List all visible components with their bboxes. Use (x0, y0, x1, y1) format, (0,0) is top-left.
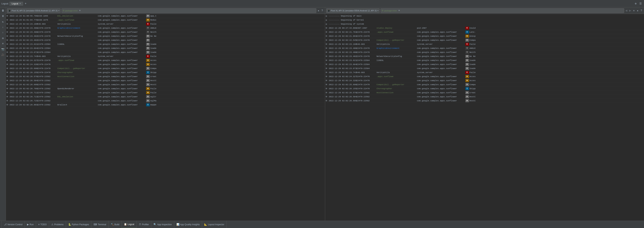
video-icon[interactable]: 🎥 (0, 52, 6, 57)
row-clear-icon[interactable]: ⊟ (6, 22, 10, 25)
row-clear-icon[interactable]: ⊟ (6, 95, 10, 98)
left-filter-bar[interactable]: ⊟ package:mine ✕ (62, 8, 316, 13)
row-clear-icon[interactable]: ⊟ (6, 43, 10, 45)
log-pid: 22470-22584 (37, 51, 57, 53)
right-close-icon[interactable]: ✕ (632, 9, 635, 12)
row-clear-icon[interactable]: ⊟ (6, 51, 10, 54)
bottom-tool-version-control[interactable]: ⎇ Version Control (2, 221, 25, 228)
bottom-tool-app-quality-insights[interactable]: 📊 App Quality Insights (174, 221, 202, 228)
row-clear-icon[interactable]: ⊟ (326, 75, 329, 78)
log-row: ⊟ 2022-12-29 02:02:26.579 22470-22582 Ho… (6, 74, 325, 79)
scroll-up-icon[interactable]: ↑ (0, 30, 6, 35)
left-star-icon[interactable]: ★ (317, 9, 320, 12)
row-clear-icon[interactable]: ⊟ (6, 83, 10, 86)
row-clear-icon[interactable]: ⊟ (326, 55, 329, 58)
log-tag: Compatibil...geReporter (376, 83, 417, 86)
left-log-content[interactable]: ⊟ 2022-12-29 01:00:55.790 1639-1855 EGL_… (6, 14, 325, 221)
left-help-icon[interactable]: ? (321, 9, 324, 12)
log-timestamp: 2022-12-29 02:02:23.743 (329, 71, 356, 74)
row-clear-icon[interactable]: ⊟ (6, 59, 10, 62)
row-clear-icon[interactable]: ⊟ (6, 18, 10, 21)
log-timestamp: 2022-12-28 09:27:44.890 (329, 27, 356, 29)
row-clear-icon[interactable]: ⊟ (326, 31, 329, 33)
sep-clear-icon[interactable]: ⊟ (326, 15, 329, 17)
bottom-tool-logcat[interactable]: 📋 Logcat (122, 221, 136, 228)
log-package: com.google.samples.apps.sunflower (417, 96, 465, 98)
row-clear-icon[interactable]: ⊟ (6, 14, 10, 17)
row-clear-icon[interactable]: ⊟ (326, 87, 329, 90)
row-clear-icon[interactable]: ⊟ (326, 35, 329, 37)
row-clear-icon[interactable]: ⊟ (326, 83, 329, 86)
right-star-icon[interactable]: ★ (636, 9, 639, 12)
tab-close-icon[interactable]: ✕ (19, 2, 21, 5)
row-clear-icon[interactable]: ⊟ (6, 79, 10, 82)
bottom-tool-todo[interactable]: ≡ TODO (36, 221, 49, 228)
row-clear-icon[interactable]: ⊟ (6, 71, 10, 74)
left-filter-clear-icon[interactable]: ✕ (79, 9, 81, 12)
settings-icon[interactable]: ⚙ (634, 2, 637, 5)
filter-icon[interactable]: ⊟ (0, 36, 6, 41)
sep-clear-icon[interactable]: ⊟ (326, 19, 329, 21)
bottom-tool-python-packages[interactable]: 🐍 Python Packages (66, 221, 91, 228)
row-clear-icon[interactable]: ⊟ (6, 91, 10, 94)
log-package: com.google.samples.apps.sunflower (417, 75, 465, 78)
right-collapse-icon[interactable]: ◁ (625, 9, 628, 12)
bottom-tool-app-inspection[interactable]: 🔍 App Inspection (151, 221, 174, 228)
row-clear-icon[interactable]: ⊟ (326, 51, 329, 54)
right-filter-bar[interactable]: ⊟ package:mine ✕ (380, 8, 624, 13)
row-clear-icon[interactable]: ⊟ (6, 67, 10, 70)
row-clear-icon[interactable]: ⊟ (326, 91, 329, 94)
sep-clear-icon[interactable]: ⊟ (326, 23, 329, 25)
row-clear-icon[interactable]: ⊟ (326, 27, 329, 29)
clear-logcat-icon[interactable]: 🗑 (0, 8, 6, 13)
row-clear-icon[interactable]: ⊟ (6, 87, 10, 90)
row-clear-icon[interactable]: ⊟ (6, 47, 10, 49)
right-help-icon[interactable]: ? (640, 9, 643, 12)
camera-icon[interactable]: 📷 (0, 47, 6, 52)
row-clear-icon[interactable]: ⊟ (6, 75, 10, 78)
row-clear-icon[interactable]: ⊟ (6, 35, 10, 37)
row-clear-icon[interactable]: ⊟ (326, 71, 329, 74)
bottom-tool-problems[interactable]: ⚠ Problems (49, 221, 66, 228)
row-clear-icon[interactable]: ⊟ (6, 39, 10, 41)
row-clear-icon[interactable]: ⊟ (6, 63, 10, 66)
add-tab-button[interactable]: + (24, 2, 28, 6)
row-clear-icon[interactable]: ⊟ (326, 95, 329, 98)
right-device-selector[interactable]: 📱 Pixel XL API 31 (emulator-5554) Androi… (326, 8, 380, 13)
right-filter-clear-icon[interactable]: ✕ (398, 9, 400, 12)
scroll-down-icon[interactable]: ↓ (0, 25, 6, 30)
format-icon[interactable]: ≡ (0, 41, 6, 46)
log-tag: VerityUtils (57, 23, 98, 25)
row-clear-icon[interactable]: ⊟ (326, 79, 329, 82)
row-clear-icon[interactable]: ⊟ (326, 99, 329, 102)
row-clear-icon[interactable]: ⊟ (326, 67, 329, 70)
row-clear-icon[interactable]: ⊟ (326, 63, 329, 66)
menu-icon[interactable]: ☰ (639, 2, 642, 5)
bottom-tool-layout-inspector[interactable]: 📐 Layout Inspector (202, 221, 226, 228)
row-clear-icon[interactable]: ⊟ (326, 59, 329, 62)
bottom-tool-build[interactable]: 🔨 Build (108, 221, 122, 228)
right-log-content[interactable]: ⊟--------- beginning of main⊟--------- b… (325, 14, 644, 221)
row-clear-icon[interactable]: ⊟ (6, 55, 10, 58)
logcat-tab[interactable]: Logcat ✕ (9, 2, 23, 6)
log-pid: 22470-22582 (356, 96, 376, 98)
right-expand-icon[interactable]: ▷ (628, 9, 632, 12)
row-clear-icon[interactable]: ⊟ (326, 43, 329, 45)
row-clear-icon[interactable]: ⊟ (6, 27, 10, 29)
bottom-tool-run[interactable]: ▶ Run (25, 221, 36, 228)
log-tag: NetworkSecurityConfig (57, 35, 98, 37)
bottom-tool-terminal[interactable]: ⌨ Terminal (91, 221, 108, 228)
log-level-badge: D (146, 99, 150, 102)
log-message: Acces (470, 79, 644, 82)
pause-icon[interactable]: ⏸ (0, 13, 6, 19)
row-clear-icon[interactable]: ⊟ (6, 31, 10, 33)
bottom-tool-profiler[interactable]: ⏱ Profiler (136, 221, 151, 228)
log-level-badge: W (146, 59, 150, 62)
left-device-selector[interactable]: 📱 Pixel XL API 31 (emulator-5554) Androi… (7, 8, 61, 13)
row-clear-icon[interactable]: ⊟ (6, 99, 10, 102)
restart-icon[interactable]: ↻ (0, 19, 6, 24)
row-clear-icon[interactable]: ⊟ (326, 39, 329, 41)
log-pid: 22470-22582 (37, 100, 57, 102)
row-clear-icon[interactable]: ⊟ (326, 47, 329, 49)
row-clear-icon[interactable]: ⊟ (6, 103, 10, 106)
